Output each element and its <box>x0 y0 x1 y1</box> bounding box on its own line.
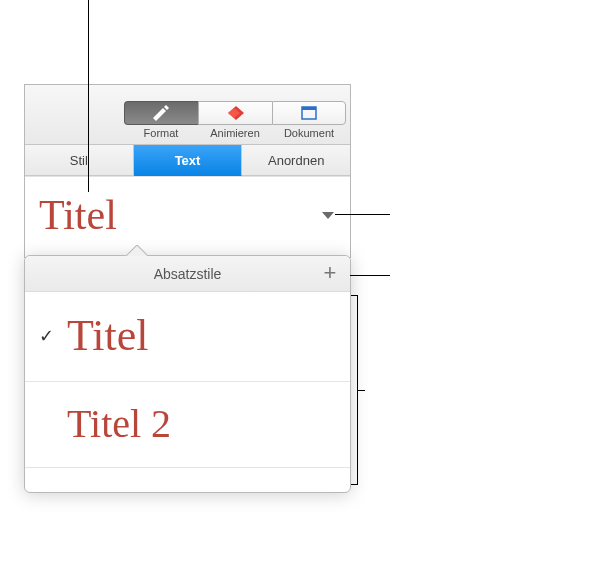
tab-text[interactable]: Text <box>134 145 243 176</box>
toolbar-segment: Format Animieren Dokum <box>124 101 346 139</box>
inspector-panel: Format Animieren Dokum <box>24 84 351 258</box>
format-button[interactable] <box>124 101 198 125</box>
callout-leader <box>350 275 390 276</box>
popover-title: Absatzstile <box>25 266 350 282</box>
format-item: Format <box>124 101 198 139</box>
tab-stil[interactable]: Stil <box>25 145 134 176</box>
diamond-icon <box>225 105 247 121</box>
tab-anordnen[interactable]: Anordnen <box>242 145 350 176</box>
page-icon <box>301 106 317 120</box>
bracket-nub <box>357 390 365 391</box>
animate-label: Animieren <box>210 127 260 139</box>
document-item: Dokument <box>272 101 346 139</box>
tab-label: Stil <box>70 153 88 168</box>
styles-list: ✓ Titel Titel 2 <box>25 292 350 492</box>
style-preview: Titel <box>67 310 149 361</box>
document-label: Dokument <box>284 127 334 139</box>
callout-leader <box>335 214 390 215</box>
plus-icon: + <box>324 260 337 285</box>
current-style-name: Titel <box>39 191 117 239</box>
animate-button[interactable] <box>198 101 272 125</box>
document-button[interactable] <box>272 101 346 125</box>
chevron-down-icon <box>322 212 334 219</box>
tab-label: Text <box>175 153 201 168</box>
callout-bracket <box>352 295 358 485</box>
style-item-titel[interactable]: ✓ Titel <box>25 292 350 382</box>
inspector-toolbar: Format Animieren Dokum <box>25 85 350 145</box>
style-item-titel-2[interactable]: Titel 2 <box>25 382 350 468</box>
brush-icon <box>151 105 173 121</box>
svg-rect-1 <box>302 107 316 110</box>
inspector-tabs: Stil Text Anordnen <box>25 145 350 177</box>
animate-item: Animieren <box>198 101 272 139</box>
paragraph-style-button[interactable]: Titel <box>25 177 350 257</box>
add-style-button[interactable]: + <box>320 264 340 284</box>
popover-caret <box>125 245 147 256</box>
callout-leader <box>88 0 89 192</box>
style-preview: Titel 2 <box>67 400 171 447</box>
checkmark-icon: ✓ <box>39 325 55 347</box>
format-label: Format <box>144 127 179 139</box>
popover-header: Absatzstile + <box>25 256 350 292</box>
tab-label: Anordnen <box>268 153 324 168</box>
paragraph-styles-popover: Absatzstile + ✓ Titel Titel 2 <box>24 255 351 493</box>
